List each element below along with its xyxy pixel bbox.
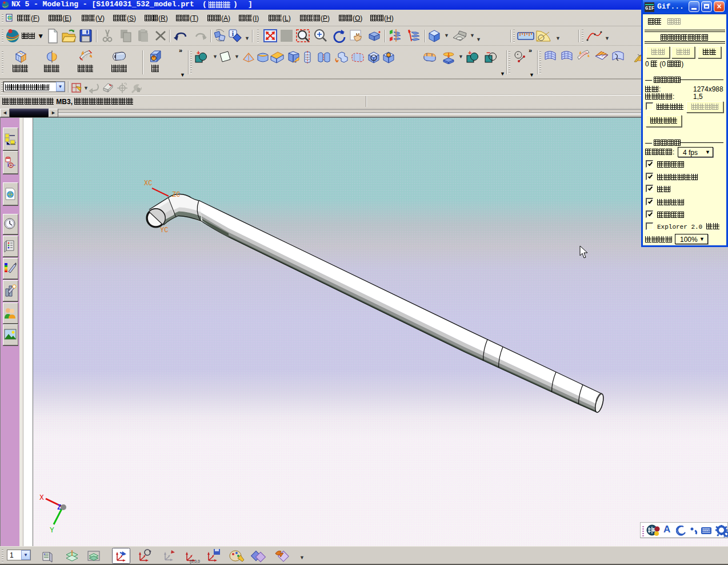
svg-text:YC: YC xyxy=(160,226,168,234)
svg-text:(0,0,0): (0,0,0) xyxy=(190,559,200,564)
svg-text:XC: XC xyxy=(144,180,152,188)
svg-text:ZC: ZC xyxy=(172,191,180,199)
svg-text:+: + xyxy=(197,50,200,56)
svg-text:−: − xyxy=(486,50,490,57)
svg-text:Z: Z xyxy=(57,504,61,512)
svg-text:GIF: GIF xyxy=(645,6,654,11)
svg-text:Y: Y xyxy=(50,526,54,535)
svg-text:X: X xyxy=(39,494,44,502)
svg-text:+: + xyxy=(468,50,471,56)
